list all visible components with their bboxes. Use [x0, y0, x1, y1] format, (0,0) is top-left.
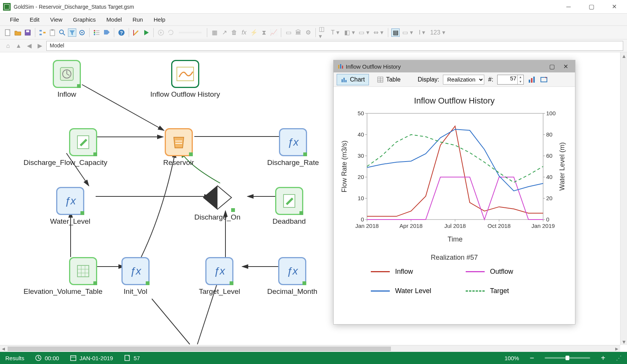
- svg-text:ƒx: ƒx: [130, 265, 142, 277]
- scroll-thumb[interactable]: [8, 347, 391, 351]
- zoom-out-button[interactable]: −: [530, 354, 534, 362]
- db-icon: ▭: [284, 28, 293, 37]
- svg-rect-56: [345, 80, 347, 82]
- scroll-up-icon[interactable]: ▴: [621, 52, 627, 59]
- export-chart-icon[interactable]: [540, 75, 548, 84]
- tab-table[interactable]: Table: [373, 74, 405, 85]
- filter-icon[interactable]: [68, 28, 76, 37]
- breadcrumb[interactable]: Model: [46, 41, 623, 51]
- layer-icon[interactable]: ▤: [391, 28, 400, 37]
- save-icon[interactable]: [24, 28, 32, 37]
- tag-icon[interactable]: [102, 28, 111, 37]
- scroll-right-icon[interactable]: ▸: [613, 345, 620, 352]
- open-icon[interactable]: [14, 28, 22, 37]
- page-icon: [124, 355, 131, 361]
- realization-number-input[interactable]: 57 ▲▼: [497, 75, 524, 85]
- minimize-button[interactable]: ─: [562, 2, 575, 11]
- node-target-level[interactable]: ƒx Target_Level: [199, 257, 240, 296]
- svg-text:Jan 2018: Jan 2018: [355, 223, 379, 229]
- svg-rect-6: [50, 30, 55, 36]
- tree-icon[interactable]: [38, 28, 47, 37]
- search-icon[interactable]: [58, 28, 66, 37]
- svg-point-13: [94, 32, 95, 33]
- calendar-icon: [70, 355, 77, 361]
- text-icon: T ▾: [329, 28, 342, 37]
- resize-grip-icon[interactable]: ⋰: [616, 355, 622, 361]
- help-icon[interactable]: ?: [117, 28, 126, 37]
- zoom-in-button[interactable]: +: [601, 354, 605, 362]
- svg-text:60: 60: [546, 152, 553, 159]
- new-icon[interactable]: [4, 28, 12, 37]
- svg-text:0: 0: [361, 216, 364, 223]
- bank-icon: 🏛: [294, 28, 302, 37]
- svg-text:40: 40: [546, 174, 553, 180]
- node-discharge-on[interactable]: Discharge_On: [194, 184, 240, 221]
- zoom-slider[interactable]: [545, 357, 590, 359]
- tab-chart[interactable]: Chart: [337, 74, 369, 85]
- clock-icon: [35, 355, 42, 361]
- scroll-left-icon[interactable]: ◂: [0, 345, 7, 352]
- menu-file[interactable]: File: [5, 14, 24, 25]
- vertical-scrollbar[interactable]: ▴ ▾: [620, 52, 627, 345]
- svg-point-14: [94, 34, 95, 35]
- spin-down-icon[interactable]: ▼: [518, 80, 523, 84]
- node-inflow[interactable]: Inflow: [53, 60, 81, 99]
- svg-text:Oct 2018: Oct 2018: [488, 223, 511, 229]
- shape2-icon: ▭ ▾: [358, 28, 370, 37]
- svg-rect-63: [533, 77, 535, 83]
- node-discharge-flow-capacity[interactable]: Discharge_Flow_Capacity: [24, 128, 107, 167]
- run-icon[interactable]: [142, 28, 150, 37]
- panel-maximize-button[interactable]: ▢: [546, 62, 558, 71]
- scroll-down-icon[interactable]: ▾: [621, 338, 627, 345]
- svg-rect-54: [342, 79, 343, 82]
- legend: Inflow Outflow Water Level Target: [354, 268, 555, 295]
- gear-icon[interactable]: [78, 28, 86, 37]
- panel-icon: [337, 63, 343, 69]
- svg-point-8: [60, 30, 63, 34]
- horizontal-scrollbar[interactable]: ◂ ▸: [0, 345, 620, 352]
- svg-text:80: 80: [546, 131, 553, 138]
- panel-close-button[interactable]: ✕: [560, 62, 571, 71]
- svg-rect-53: [342, 66, 343, 69]
- menu-model[interactable]: Model: [101, 14, 127, 25]
- menu-edit[interactable]: Edit: [24, 14, 45, 25]
- menu-graphics[interactable]: Graphics: [68, 14, 101, 25]
- chart-panel[interactable]: Inflow Outflow History ▢ ✕ Chart Table D…: [333, 60, 575, 325]
- svg-line-32: [152, 299, 190, 344]
- maximize-button[interactable]: ▢: [585, 2, 597, 11]
- node-init-vol[interactable]: ƒx Init_Vol: [121, 257, 150, 296]
- node-reservoir[interactable]: Reservoir: [163, 128, 194, 167]
- node-label: Water_Level: [50, 217, 90, 226]
- menu-view[interactable]: View: [45, 14, 68, 25]
- svg-point-12: [94, 30, 95, 31]
- legend-inflow: Inflow: [395, 268, 413, 276]
- menu-run[interactable]: Run: [127, 14, 148, 25]
- spin-up-icon[interactable]: ▲: [518, 75, 523, 80]
- sort-chart-icon[interactable]: [528, 75, 536, 84]
- node-discharge-rate[interactable]: ƒx Discharge_Rate: [267, 128, 319, 167]
- node-label: Init_Vol: [121, 287, 150, 296]
- svg-text:Jan 2019: Jan 2019: [531, 223, 555, 229]
- close-button[interactable]: ✕: [608, 2, 620, 11]
- node-label: Inflow: [53, 90, 81, 99]
- node-label: Inflow Outflow History: [150, 90, 220, 99]
- svg-rect-4: [39, 34, 42, 35]
- node-inflow-outflow-history[interactable]: Inflow Outflow History: [150, 60, 220, 99]
- node-decimal-month[interactable]: ƒx Decimal_Month: [267, 257, 317, 296]
- node-deadband[interactable]: Deadband: [273, 187, 306, 226]
- main-toolbar: ? ▦ ↗ 🗑 fx ⚡ ⧗ 📈 ▭ 🏛 ⚙ ◫ ▾ T ▾ ◧ ▾ ▭ ▾ ⇔…: [0, 26, 627, 39]
- window-title: GoldSim - Reservoir_Discharge_Status Tar…: [14, 4, 134, 10]
- svg-rect-5: [43, 32, 46, 33]
- node-water-level[interactable]: ƒx Water_Level: [50, 187, 90, 226]
- svg-rect-52: [340, 64, 341, 69]
- display-select[interactable]: Realization: [443, 75, 484, 85]
- svg-text:20: 20: [546, 195, 553, 201]
- panel-titlebar[interactable]: Inflow Outflow History ▢ ✕: [334, 60, 575, 72]
- edit-icon[interactable]: [132, 28, 140, 37]
- node-elevation-volume-table[interactable]: Elevation_Volume_Table: [24, 257, 102, 296]
- menu-help[interactable]: Help: [148, 14, 171, 25]
- node-label: Discharge_Rate: [267, 158, 319, 167]
- tab-chart-label: Chart: [350, 76, 365, 83]
- list-icon[interactable]: [93, 28, 101, 37]
- clipboard-icon[interactable]: [48, 28, 57, 37]
